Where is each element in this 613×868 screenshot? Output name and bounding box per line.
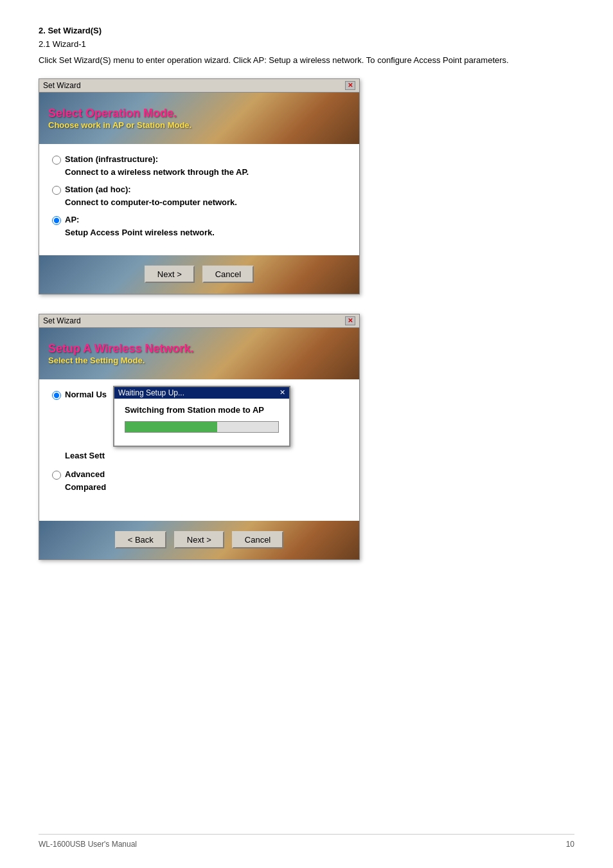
page-footer: WL-1600USB User's Manual 10 [39,834,574,849]
progress-bar-fill [125,422,217,432]
wizard1-option-station-infra[interactable]: Station (infrastructure): [52,154,346,165]
footer-page-number: 10 [566,840,574,849]
wizard1-next-btn[interactable]: Next > [145,266,195,283]
wizard1-desc-station-infra: Connect to a wireless network through th… [65,167,346,177]
wizard2-title-label: Set Wizard [43,316,81,325]
wizard2-label-advanced: Advanced [65,469,105,479]
section-title: 2. Set Wizard(S) [39,26,574,35]
wizard2-footer: < Back Next > Cancel [39,521,359,559]
wizard2-option-normal[interactable]: Normal Us [52,390,112,400]
sub-title: 2.1 Wizard-1 [39,39,574,49]
wizard1-banner-main: Select Operation Mode. [48,107,350,120]
waiting-dialog-titlebar: Waiting Setup Up... ✕ [114,387,289,399]
wizard2-banner-sub: Select the Setting Mode. [48,356,350,365]
wizard2-label-normal: Normal Us [65,390,107,399]
wizard1-title-label: Set Wizard [43,81,81,90]
wizard2-body: Normal Us Waiting Setup Up... ✕ Switchin… [39,379,359,521]
wizard2-radio-normal[interactable] [52,391,61,400]
wizard1-radio-station-infra[interactable] [52,156,61,165]
wizard1-label-station-adhoc: Station (ad hoc): [65,185,131,194]
progress-bar-container [125,421,279,433]
wizard1-label-ap: AP: [65,215,79,224]
wizard1-window: Set Wizard ✕ Select Operation Mode. Choo… [39,78,360,294]
wizard2-banner: Setup A Wireless Network. Select the Set… [39,328,359,379]
wizard1-footer: Next > Cancel [39,255,359,294]
wizard2-cancel-btn[interactable]: Cancel [232,531,283,548]
waiting-dialog-message: Switching from Station mode to AP [125,405,279,415]
wizard2-close-btn[interactable]: ✕ [345,316,355,325]
wizard2-normal-row: Normal Us Waiting Setup Up... ✕ Switchin… [52,390,346,447]
wizard1-banner: Select Operation Mode. Choose work in AP… [39,93,359,144]
description: Click Set Wizard(S) menu to enter operat… [39,54,574,67]
wizard1-radio-ap[interactable] [52,216,61,225]
wizard2-banner-main: Setup A Wireless Network. [48,342,350,356]
wizard2-back-btn[interactable]: < Back [115,531,166,548]
wizard1-body: Station (infrastructure): Connect to a w… [39,144,359,255]
wizard1-desc-station-adhoc: Connect to computer-to-computer network. [65,197,346,207]
wizard1-desc-ap: Setup Access Point wireless network. [65,228,346,237]
wizard1-close-btn[interactable]: ✕ [345,81,355,90]
wizard1-radio-station-adhoc[interactable] [52,186,61,195]
footer-left: WL-1600USB User's Manual [39,840,137,849]
wizard2-titlebar: Set Wizard ✕ [39,314,359,328]
wizard1-banner-sub: Choose work in AP or Station Mode. [48,120,350,130]
waiting-dialog-title-label: Waiting Setup Up... [118,388,184,397]
wizard2-option-advanced[interactable]: Advanced [52,469,346,480]
waiting-dialog: Waiting Setup Up... ✕ Switching from Sta… [113,386,290,447]
wizard2-window: Set Wizard ✕ Setup A Wireless Network. S… [39,314,360,560]
wizard1-label-station-infra: Station (infrastructure): [65,154,158,164]
wizard2-radio-advanced[interactable] [52,471,61,480]
wizard2-desc-normal: Least Sett [65,451,346,460]
wizard1-option-ap[interactable]: AP: [52,215,346,225]
waiting-dialog-close-btn[interactable]: ✕ [280,388,285,397]
wizard2-next-btn[interactable]: Next > [174,531,224,548]
wizard1-cancel-btn[interactable]: Cancel [202,266,254,283]
wizard1-option-station-adhoc[interactable]: Station (ad hoc): [52,185,346,195]
wizard2-desc-advanced: Compared [65,482,346,492]
wizard1-titlebar: Set Wizard ✕ [39,79,359,93]
